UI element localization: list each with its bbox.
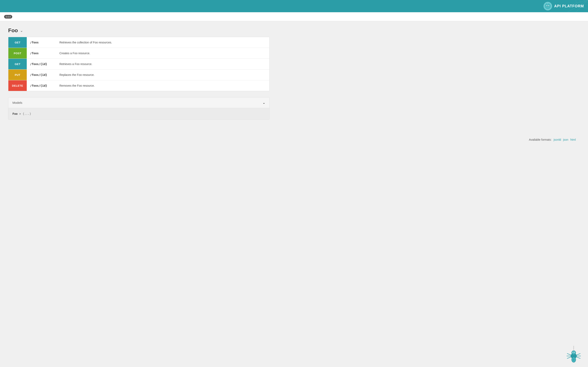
- models-collapse-icon[interactable]: ⌄: [263, 101, 265, 105]
- model-preview: {...}: [23, 112, 31, 115]
- endpoint-description: Removes the Foo resource.: [60, 84, 98, 87]
- method-badge-delete: DELETE: [8, 80, 27, 91]
- svg-line-23: [577, 354, 580, 355]
- models-section: Models ⌄ Foo > {...}: [8, 97, 269, 120]
- format-html[interactable]: html: [571, 138, 576, 141]
- models-header[interactable]: Models ⌄: [8, 98, 269, 108]
- method-badge-put: PUT: [8, 69, 27, 80]
- endpoint-path: /foos: [27, 41, 60, 44]
- svg-point-6: [548, 3, 548, 4]
- svg-line-7: [576, 0, 588, 12]
- endpoint-row[interactable]: GET/foos/{id}Retrieves a Foo resource.: [8, 59, 269, 69]
- method-badge-get: GET: [8, 59, 27, 69]
- endpoint-description: Creates a Foo resource.: [60, 52, 94, 55]
- svg-point-19: [574, 352, 575, 352]
- endpoint-row[interactable]: POST/foosCreates a Foo resource.: [8, 48, 269, 59]
- version-badge: 0.0.0: [4, 15, 12, 18]
- logo-icon: [544, 2, 552, 10]
- model-name: Foo: [12, 112, 17, 115]
- resource-header: Foo ⌄: [8, 27, 269, 34]
- format-json[interactable]: json: [563, 138, 568, 141]
- resource-collapse-icon[interactable]: ⌄: [20, 28, 23, 33]
- endpoint-description: Retrieves the collection of Foo resource…: [60, 41, 115, 44]
- spider-mascot: [566, 346, 582, 367]
- method-badge-post: POST: [8, 48, 27, 58]
- svg-line-8: [568, 0, 588, 12]
- endpoint-description: Retrieves a Foo resource.: [60, 62, 95, 66]
- footer: Available formats: jsonld json html: [0, 134, 588, 158]
- main-content: Foo ⌄ GET/foosRetrieves the collection o…: [0, 21, 278, 134]
- endpoint-path: /foos/{id}: [27, 62, 60, 66]
- endpoint-description: Replaces the Foo resource.: [60, 73, 98, 76]
- endpoint-row[interactable]: GET/foosRetrieves the collection of Foo …: [8, 37, 269, 48]
- method-badge-get: GET: [8, 37, 27, 48]
- svg-line-25: [577, 357, 580, 359]
- svg-point-18: [573, 352, 573, 352]
- svg-rect-4: [547, 7, 549, 7]
- endpoint-row[interactable]: PUT/foos/{id}Replaces the Foo resource.: [8, 69, 269, 80]
- formats-label: Available formats:: [529, 138, 552, 141]
- endpoint-path: /foos/{id}: [27, 84, 60, 87]
- model-expand-icon[interactable]: >: [19, 112, 21, 115]
- endpoint-row[interactable]: DELETE/foos/{id}Removes the Foo resource…: [8, 80, 269, 91]
- version-bar: 0.0.0: [0, 12, 588, 21]
- svg-point-2: [546, 5, 548, 6]
- svg-line-22: [567, 357, 571, 359]
- svg-point-27: [573, 358, 575, 361]
- endpoint-path: /foos: [27, 52, 60, 55]
- format-jsonld[interactable]: jsonld: [553, 138, 561, 141]
- svg-point-15: [572, 351, 576, 355]
- models-title: Models: [12, 101, 22, 104]
- app-header: API Platform: [0, 0, 588, 12]
- models-body: Foo > {...}: [8, 108, 269, 119]
- resource-title: Foo: [8, 27, 18, 34]
- model-row[interactable]: Foo > {...}: [12, 110, 265, 117]
- endpoints-table: GET/foosRetrieves the collection of Foo …: [8, 37, 269, 91]
- endpoint-path: /foos/{id}: [27, 73, 60, 76]
- svg-point-3: [548, 5, 549, 6]
- available-formats: Available formats: jsonld json html: [529, 138, 576, 141]
- svg-point-10: [576, 0, 588, 8]
- svg-line-20: [567, 354, 571, 355]
